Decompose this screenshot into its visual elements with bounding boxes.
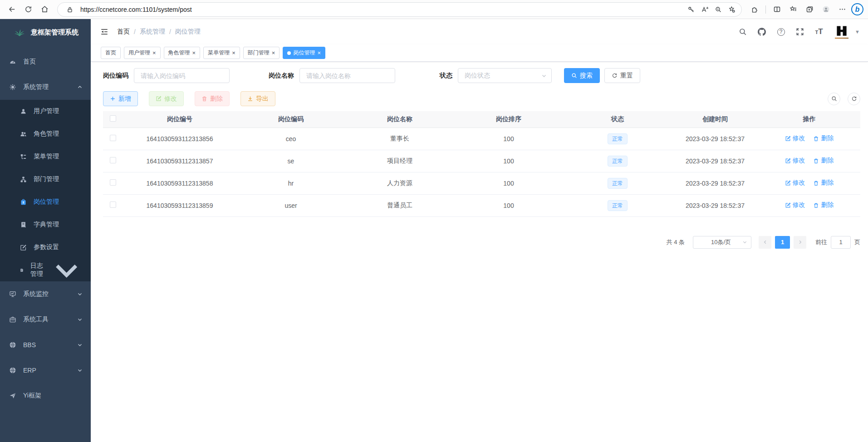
- trash-icon: [813, 136, 819, 142]
- close-icon[interactable]: ×: [272, 50, 275, 56]
- home-icon[interactable]: [37, 3, 52, 16]
- sidebar-item-home[interactable]: 首页: [0, 49, 91, 74]
- filter-form: 岗位编码 岗位名称 状态 岗位状态 搜索 重置: [103, 68, 860, 83]
- sidebar-item-logs[interactable]: 日志管理: [0, 259, 91, 281]
- tab-users[interactable]: 用户管理×: [124, 47, 161, 59]
- app-title: 意框架管理系统: [31, 28, 78, 37]
- goto-page-input[interactable]: [831, 236, 851, 249]
- close-icon[interactable]: ×: [317, 50, 321, 56]
- close-icon[interactable]: ×: [232, 50, 235, 56]
- select-all-checkbox[interactable]: [110, 115, 116, 122]
- help-icon[interactable]: ?: [773, 24, 789, 39]
- status-label: 状态: [440, 72, 452, 80]
- address-bar[interactable]: https://ccnetcore.com:1101/system/post: [57, 2, 742, 17]
- export-button[interactable]: 导出: [240, 91, 275, 106]
- row-checkbox[interactable]: [110, 179, 116, 186]
- row-delete-link[interactable]: 删除: [813, 179, 834, 187]
- sidebar-item-label: Yi框架: [23, 392, 83, 400]
- row-delete-link[interactable]: 删除: [813, 201, 834, 209]
- page-size-select[interactable]: 10条/页: [693, 236, 751, 249]
- next-page-button[interactable]: [794, 236, 806, 249]
- status-select[interactable]: 岗位状态: [458, 68, 552, 83]
- row-checkbox[interactable]: [110, 201, 116, 208]
- browser-menu-icon[interactable]: [835, 3, 849, 16]
- users-icon: [20, 131, 27, 138]
- sidebar-item-tools[interactable]: 系统工具: [0, 307, 91, 332]
- zoom-out-icon[interactable]: [711, 3, 725, 16]
- post-sort-cell: 100: [454, 194, 563, 216]
- post-sort-cell: 100: [454, 172, 563, 194]
- password-key-icon[interactable]: [684, 3, 698, 16]
- collections-icon[interactable]: [802, 3, 817, 16]
- favorite-star-icon[interactable]: [725, 3, 739, 16]
- row-edit-link[interactable]: 修改: [785, 134, 805, 142]
- bing-chat-icon[interactable]: b: [851, 3, 863, 15]
- system-submenu: 用户管理 角色管理 菜单管理 部门管理 岗位管理: [0, 100, 91, 281]
- page-number-current[interactable]: 1: [775, 236, 790, 249]
- sidebar-item-roles[interactable]: 角色管理: [0, 123, 91, 145]
- sidebar-item-bbs[interactable]: BBS: [0, 332, 91, 358]
- header-actions: ? TT ▼: [735, 24, 860, 39]
- github-icon[interactable]: [754, 24, 770, 39]
- status-badge: 正常: [608, 178, 628, 189]
- post-name-cell: 项目经理: [345, 150, 454, 172]
- table-row: 1641030593112313856 ceo 董事长 100 正常 2023-…: [103, 128, 860, 150]
- sidebar-item-posts[interactable]: 岗位管理: [0, 191, 91, 213]
- extensions-icon[interactable]: [747, 3, 762, 16]
- edit-icon: [156, 96, 162, 102]
- breadcrumb-home[interactable]: 首页: [117, 28, 130, 36]
- fullscreen-icon[interactable]: [792, 24, 808, 39]
- tab-depts[interactable]: 部门管理×: [243, 47, 280, 59]
- user-avatar-logo[interactable]: [834, 24, 849, 39]
- add-button[interactable]: 新增: [103, 91, 138, 106]
- app-logo[interactable]: 意框架管理系统: [0, 19, 91, 45]
- pagination: 共 4 条 10条/页 1 前往 页: [103, 236, 860, 249]
- sidebar-item-erp[interactable]: ERP: [0, 358, 91, 383]
- show-search-button[interactable]: [828, 93, 840, 105]
- sidebar-item-yi[interactable]: Yi框架: [0, 383, 91, 408]
- reset-button[interactable]: 重置: [604, 68, 640, 83]
- row-edit-link[interactable]: 修改: [785, 157, 805, 165]
- split-screen-icon[interactable]: [770, 3, 784, 16]
- profile-avatar[interactable]: [819, 3, 833, 16]
- sidebar-item-users[interactable]: 用户管理: [0, 100, 91, 123]
- edit-icon: [785, 158, 791, 164]
- post-name-input[interactable]: [299, 68, 395, 83]
- sidebar-item-menus[interactable]: 菜单管理: [0, 145, 91, 168]
- sidebar-item-label: 系统工具: [23, 315, 70, 324]
- tab-roles[interactable]: 角色管理×: [164, 47, 201, 59]
- read-aloud-icon[interactable]: [698, 3, 711, 16]
- row-edit-link[interactable]: 修改: [785, 201, 805, 209]
- sidebar-item-system[interactable]: 系统管理: [0, 74, 91, 100]
- tab-posts[interactable]: 岗位管理×: [283, 47, 325, 59]
- close-icon[interactable]: ×: [192, 50, 196, 56]
- sidebar-item-depts[interactable]: 部门管理: [0, 168, 91, 191]
- avatar-caret-icon[interactable]: ▼: [855, 29, 860, 34]
- tab-menus[interactable]: 菜单管理×: [203, 47, 240, 59]
- post-code-input[interactable]: [134, 68, 230, 83]
- edit-button[interactable]: 修改: [149, 91, 184, 106]
- close-icon[interactable]: ×: [152, 50, 156, 56]
- font-size-icon[interactable]: TT: [811, 24, 827, 39]
- created-cell: 2023-03-29 18:52:37: [672, 172, 758, 194]
- breadcrumb: 首页 / 系统管理 / 岗位管理: [117, 28, 735, 36]
- delete-button[interactable]: 删除: [195, 91, 230, 106]
- prev-page-button[interactable]: [759, 236, 771, 249]
- back-icon[interactable]: [5, 3, 19, 16]
- row-edit-link[interactable]: 修改: [785, 179, 805, 187]
- post-name-cell: 普通员工: [345, 194, 454, 216]
- row-delete-link[interactable]: 删除: [813, 134, 834, 142]
- favorites-bar-icon[interactable]: [786, 3, 800, 16]
- search-button[interactable]: 搜索: [564, 68, 600, 83]
- breadcrumb-separator: /: [169, 28, 171, 35]
- tab-home[interactable]: 首页: [101, 47, 121, 59]
- sidebar-collapse-icon[interactable]: [98, 25, 111, 38]
- sidebar: 意框架管理系统 首页 系统管理 用户管理 角色管理: [0, 19, 91, 442]
- sidebar-item-dicts[interactable]: 字典管理: [0, 213, 91, 236]
- row-checkbox[interactable]: [110, 135, 116, 141]
- search-icon[interactable]: [735, 24, 750, 39]
- refresh-icon[interactable]: [21, 3, 35, 16]
- row-delete-link[interactable]: 删除: [813, 157, 834, 165]
- row-checkbox[interactable]: [110, 157, 116, 163]
- refresh-table-button[interactable]: [848, 93, 860, 105]
